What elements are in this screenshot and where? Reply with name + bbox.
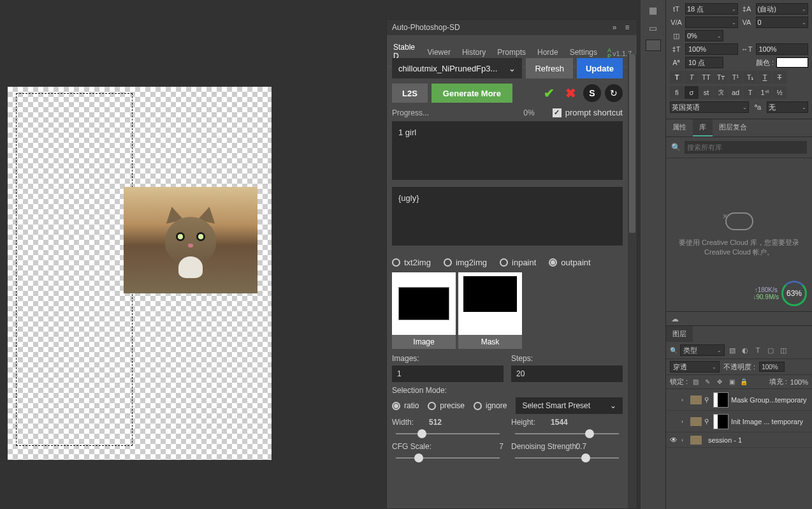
width-value: 512 <box>429 418 442 427</box>
cloud-sync-icon[interactable]: ☁ <box>671 314 679 323</box>
color-swatch[interactable] <box>646 40 661 51</box>
link-icon: ⚲ <box>704 396 711 403</box>
hscale-input[interactable] <box>756 43 809 55</box>
radio-outpaint[interactable] <box>549 258 557 267</box>
lock-pixels-icon[interactable]: ▨ <box>691 378 700 387</box>
lock-position-icon[interactable]: ✥ <box>715 378 724 387</box>
refresh-button[interactable]: Refresh <box>526 58 573 78</box>
prompt-input[interactable]: 1 girl <box>392 121 623 180</box>
radio-txt2img[interactable] <box>392 258 400 267</box>
preset-select[interactable]: Select Smart Preset⌄ <box>516 397 623 414</box>
layer-mask-thumb[interactable] <box>713 392 729 408</box>
radio-ratio[interactable] <box>392 402 400 410</box>
shortcut-checkbox[interactable]: ✓ <box>553 108 562 117</box>
height-slider[interactable] <box>515 433 619 434</box>
kern-pct-input[interactable]: 0%⌄ <box>685 30 723 41</box>
blend-mode-select[interactable]: 穿透⌄ <box>670 361 720 373</box>
lang-select[interactable]: 英国英语⌄ <box>670 101 749 113</box>
expand-arrow-icon[interactable]: › <box>681 418 688 425</box>
filter-smart-icon[interactable]: ◫ <box>778 345 788 355</box>
radio-inpaint[interactable] <box>500 258 508 267</box>
cfg-slider[interactable] <box>396 457 500 459</box>
expand-arrow-icon[interactable]: › <box>681 397 688 403</box>
ad-button[interactable]: ad <box>729 86 743 99</box>
smallcaps-button[interactable]: Tᴛ <box>714 71 728 84</box>
fi-button[interactable]: fi <box>670 86 684 99</box>
status-fail-icon[interactable]: ✖ <box>562 84 579 102</box>
status-ok-icon[interactable]: ✔ <box>540 84 558 102</box>
grid-icon[interactable]: ▦ <box>644 3 662 18</box>
negative-prompt-input[interactable]: {ugly} <box>392 187 623 246</box>
mode-radios: txt2img img2img inpaint outpaint <box>392 258 623 267</box>
subscript-button[interactable]: T₁ <box>743 71 757 84</box>
underline-button[interactable]: T <box>758 71 772 84</box>
status-s-icon[interactable]: S <box>583 84 601 102</box>
swash-button[interactable]: ℛ <box>714 86 728 99</box>
lock-artboard-icon[interactable]: ▣ <box>727 378 736 387</box>
kerning-input[interactable]: ⌄ <box>685 17 738 28</box>
opacity-input[interactable]: 100% <box>759 362 785 372</box>
radio-img2img[interactable] <box>444 258 452 267</box>
images-input[interactable] <box>392 365 504 382</box>
l2s-button[interactable]: L2S <box>392 84 428 103</box>
image-thumb[interactable]: Image <box>392 272 456 349</box>
layer-row-init-image[interactable]: › ⚲ Init Image ... temporary <box>666 411 812 432</box>
radio-ignore[interactable] <box>474 402 482 410</box>
mask-thumb[interactable]: Mask <box>458 272 522 349</box>
placed-image[interactable] <box>124 187 257 293</box>
titling-button[interactable]: T <box>743 86 757 99</box>
fraction-button[interactable]: ½ <box>772 86 787 99</box>
filter-adjust-icon[interactable]: ◐ <box>740 345 750 355</box>
filter-type-icon[interactable]: T <box>753 345 763 355</box>
aa-select[interactable]: 无⌄ <box>767 101 808 113</box>
layers-tab[interactable]: 图层 <box>666 326 693 342</box>
italic-button[interactable]: T <box>685 71 699 84</box>
allcaps-button[interactable]: TT <box>699 71 713 84</box>
selection-marquee[interactable] <box>16 93 133 446</box>
generate-more-button[interactable]: Generate More <box>431 84 512 103</box>
baseline-input[interactable] <box>685 57 723 68</box>
ordinal-button[interactable]: 1ˢᵗ <box>758 86 772 99</box>
text-color-swatch[interactable] <box>776 57 808 68</box>
denoise-slider[interactable] <box>515 457 619 459</box>
layer-mask-thumb[interactable] <box>713 414 729 429</box>
expand-arrow-icon[interactable]: › <box>681 437 688 443</box>
width-slider[interactable] <box>396 433 500 434</box>
filter-pixel-icon[interactable]: ▧ <box>727 345 737 355</box>
steps-input[interactable] <box>511 365 623 382</box>
font-size-input[interactable]: 18 点⌄ <box>685 3 738 15</box>
st-button[interactable]: st <box>699 86 713 99</box>
document-canvas[interactable] <box>8 87 272 460</box>
strike-button[interactable]: T <box>772 71 787 84</box>
visibility-toggle[interactable]: 👁 <box>669 436 679 445</box>
superscript-button[interactable]: T¹ <box>729 71 743 84</box>
filter-shape-icon[interactable]: ▢ <box>765 345 776 355</box>
library-search[interactable] <box>685 141 807 154</box>
collapse-icon[interactable]: » <box>610 23 619 32</box>
panel-title: Auto-Photoshop-SD <box>392 23 606 32</box>
swatch-icon[interactable]: ▭ <box>644 20 662 36</box>
layer-row-session[interactable]: 👁 › session - 1 <box>666 432 812 448</box>
layer-kind-select[interactable]: 类型⌄ <box>680 344 725 356</box>
sigma-button[interactable]: σ <box>685 86 699 99</box>
plugin-panel: Auto-Photoshop-SD » ≡ Stable D Viewer Hi… <box>386 19 637 509</box>
model-select[interactable]: chilloutmix_NiPrunedFp3... ⌄ <box>392 58 522 78</box>
tab-properties[interactable]: 属性 <box>666 119 693 136</box>
update-button[interactable]: Update <box>577 58 623 78</box>
leading-icon: ‡A <box>741 3 753 15</box>
vscale-input[interactable] <box>685 43 738 55</box>
denoise-label: Denoising Strength: <box>511 442 578 451</box>
status-refresh-icon[interactable]: ↻ <box>605 84 623 102</box>
tab-layer-comps[interactable]: 图层复合 <box>713 119 753 136</box>
lock-brush-icon[interactable]: ✎ <box>703 378 712 387</box>
tracking-input[interactable]: 0⌄ <box>756 17 809 28</box>
layer-row-mask-group[interactable]: › ⚲ Mask Group...temporary <box>666 389 812 411</box>
bold-button[interactable]: T <box>670 71 684 84</box>
lock-all-icon[interactable]: 🔒 <box>739 378 748 387</box>
leading-input[interactable]: (自动)⌄ <box>756 3 809 15</box>
plugin-scrollbar[interactable] <box>628 54 637 508</box>
radio-precise[interactable] <box>428 402 436 410</box>
panel-menu-icon[interactable]: ≡ <box>623 23 632 32</box>
tab-libraries[interactable]: 库 <box>693 119 713 136</box>
fill-input[interactable]: 100% <box>790 378 808 386</box>
